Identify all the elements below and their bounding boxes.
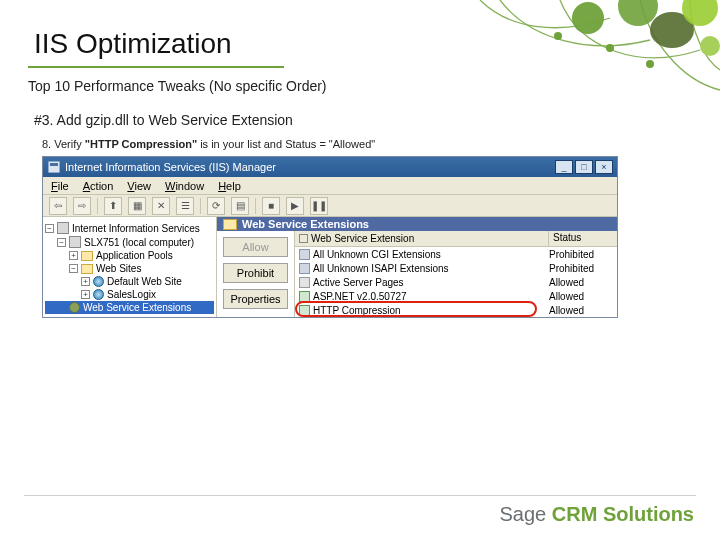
globe-icon xyxy=(93,289,104,300)
wse-header-label: Web Service Extensions xyxy=(242,218,369,230)
gear-icon xyxy=(69,302,80,313)
row-icon xyxy=(299,249,310,260)
right-pane: Web Service Extensions Allow Prohibit Pr… xyxy=(217,217,617,317)
window-title: Internet Information Services (IIS) Mana… xyxy=(61,161,555,173)
titlebar[interactable]: Internet Information Services (IIS) Mana… xyxy=(43,157,617,177)
row-name: All Unknown CGI Extensions xyxy=(313,249,441,260)
list-row[interactable]: All Unknown ISAPI ExtensionsProhibited xyxy=(295,261,617,275)
views-button[interactable]: ▦ xyxy=(128,197,146,215)
window-body: −Internet Information Services −SLX751 (… xyxy=(43,217,617,317)
tree-saleslogix[interactable]: +SalesLogix xyxy=(45,288,214,301)
row-icon xyxy=(299,277,310,288)
list-header[interactable]: Web Service Extension Status xyxy=(295,231,617,247)
menu-action[interactable]: Action xyxy=(83,180,114,192)
row-name: ASP.NET v2.0.50727 xyxy=(313,291,407,302)
folder-icon xyxy=(81,251,93,261)
toolbar-separator xyxy=(97,198,98,214)
row-status: Allowed xyxy=(549,291,617,302)
back-button[interactable]: ⇦ xyxy=(49,197,67,215)
footer-brand: Sage CRM Solutions xyxy=(500,503,694,526)
export-button[interactable]: ▤ xyxy=(231,197,249,215)
computer-icon xyxy=(69,236,81,248)
caption-prefix: 8. Verify xyxy=(42,138,85,150)
slide-step: #3. Add gzip.dll to Web Service Extensio… xyxy=(34,112,293,128)
folder-icon xyxy=(81,264,93,274)
row-name: HTTP Compression xyxy=(313,305,401,316)
svg-point-2 xyxy=(650,12,694,48)
delete-button[interactable]: ✕ xyxy=(152,197,170,215)
row-name: Active Server Pages xyxy=(313,277,404,288)
tree-server[interactable]: −SLX751 (local computer) xyxy=(45,235,214,249)
properties-button[interactable]: Properties xyxy=(223,289,288,309)
col-status[interactable]: Status xyxy=(549,231,617,246)
right-split: Allow Prohibit Properties Web Service Ex… xyxy=(217,231,617,317)
svg-point-1 xyxy=(618,0,658,26)
col-name[interactable]: Web Service Extension xyxy=(295,231,549,246)
wse-header: Web Service Extensions xyxy=(217,217,617,231)
tree-default-site[interactable]: +Default Web Site xyxy=(45,275,214,288)
brand-crm: CRM Solutions xyxy=(552,503,694,525)
svg-point-4 xyxy=(700,36,720,56)
toolbar-separator xyxy=(255,198,256,214)
extension-list[interactable]: Web Service Extension Status All Unknown… xyxy=(295,231,617,317)
list-row[interactable]: HTTP CompressionAllowed xyxy=(295,303,617,317)
tree-app-pools[interactable]: +Application Pools xyxy=(45,249,214,262)
menubar: File Action View Window Help xyxy=(43,177,617,195)
folder-icon xyxy=(223,219,237,230)
row-status: Prohibited xyxy=(549,263,617,274)
action-buttons: Allow Prohibit Properties xyxy=(217,231,295,317)
maximize-button[interactable]: □ xyxy=(575,160,593,174)
brand-sage: Sage xyxy=(500,503,552,525)
tree-root[interactable]: −Internet Information Services xyxy=(45,221,214,235)
row-status: Prohibited xyxy=(549,249,617,260)
row-status: Allowed xyxy=(549,305,617,316)
pause-button[interactable]: ❚❚ xyxy=(310,197,328,215)
up-button[interactable]: ⬆ xyxy=(104,197,122,215)
properties-button[interactable]: ☰ xyxy=(176,197,194,215)
globe-icon xyxy=(93,276,104,287)
server-icon xyxy=(57,222,69,234)
menu-window[interactable]: Window xyxy=(165,180,204,192)
minimize-button[interactable]: _ xyxy=(555,160,573,174)
iis-window: Internet Information Services (IIS) Mana… xyxy=(42,156,618,318)
checkbox-icon xyxy=(299,234,308,243)
svg-point-3 xyxy=(682,0,718,26)
svg-point-6 xyxy=(606,44,614,52)
footer-rule xyxy=(24,495,696,496)
svg-point-7 xyxy=(646,60,654,68)
menu-help[interactable]: Help xyxy=(218,180,241,192)
allow-button[interactable]: Allow xyxy=(223,237,288,257)
refresh-button[interactable]: ⟳ xyxy=(207,197,225,215)
tree-wse[interactable]: Web Service Extensions xyxy=(45,301,214,314)
forward-button[interactable]: ⇨ xyxy=(73,197,91,215)
list-row[interactable]: Active Server PagesAllowed xyxy=(295,275,617,289)
caption-suffix: is in your list and Status = "Allowed" xyxy=(197,138,375,150)
tree-pane[interactable]: −Internet Information Services −SLX751 (… xyxy=(43,217,217,317)
prohibit-button[interactable]: Prohibit xyxy=(223,263,288,283)
row-icon xyxy=(299,291,310,302)
decor-vines xyxy=(440,0,720,140)
play-button[interactable]: ▶ xyxy=(286,197,304,215)
close-button[interactable]: × xyxy=(595,160,613,174)
slide-title: IIS Optimization xyxy=(34,28,232,60)
toolbar: ⇦ ⇨ ⬆ ▦ ✕ ☰ ⟳ ▤ ■ ▶ ❚❚ xyxy=(43,195,617,217)
svg-rect-8 xyxy=(48,161,60,173)
svg-point-5 xyxy=(554,32,562,40)
app-icon xyxy=(47,160,61,174)
menu-file[interactable]: File xyxy=(51,180,69,192)
title-underline xyxy=(28,66,284,68)
stop-button[interactable]: ■ xyxy=(262,197,280,215)
list-row[interactable]: ASP.NET v2.0.50727Allowed xyxy=(295,289,617,303)
row-icon xyxy=(299,263,310,274)
list-row[interactable]: All Unknown CGI ExtensionsProhibited xyxy=(295,247,617,261)
svg-rect-9 xyxy=(50,163,58,166)
caption-quoted: "HTTP Compression" xyxy=(85,138,197,150)
slide-subtitle: Top 10 Performance Tweaks (No specific O… xyxy=(28,78,327,94)
svg-point-0 xyxy=(572,2,604,34)
embedded-screenshot: 8. Verify "HTTP Compression" is in your … xyxy=(42,138,618,300)
row-name: All Unknown ISAPI Extensions xyxy=(313,263,449,274)
menu-view[interactable]: View xyxy=(127,180,151,192)
screenshot-caption: 8. Verify "HTTP Compression" is in your … xyxy=(42,138,618,150)
toolbar-separator xyxy=(200,198,201,214)
tree-web-sites[interactable]: −Web Sites xyxy=(45,262,214,275)
